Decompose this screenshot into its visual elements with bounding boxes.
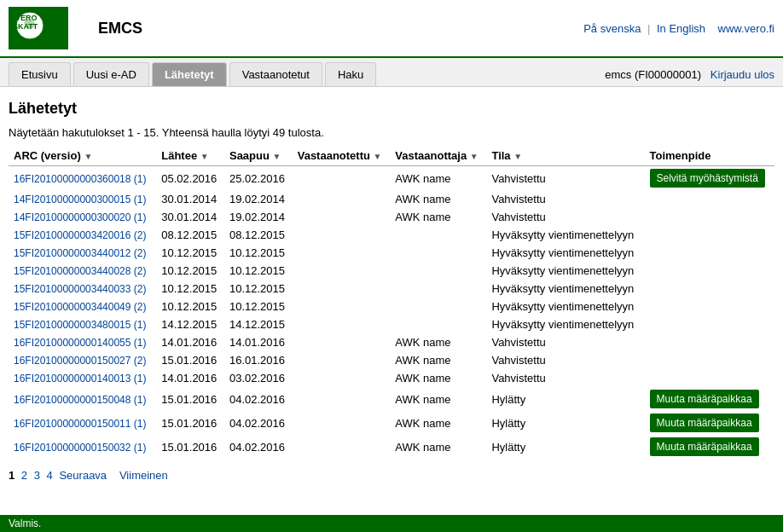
next-page-link[interactable]: Seuraava: [59, 469, 107, 482]
cell-action: [645, 298, 775, 315]
cell-saapuu: 10.12.2015: [224, 298, 293, 315]
cell-vastaanottaja: AWK name: [390, 411, 486, 435]
user-id: emcs (FI00000001): [605, 68, 701, 81]
cell-vastaanottaja: AWK name: [390, 351, 486, 369]
page-3-link[interactable]: 3: [34, 469, 40, 482]
arc-link[interactable]: 16FI20100000000150027 (2): [14, 355, 146, 367]
vastaanottaja-sort-icon[interactable]: ▼: [470, 152, 478, 161]
arc-link[interactable]: 16FI20100000000150048 (1): [14, 394, 146, 406]
arc-link[interactable]: 16FI20100000000140013 (1): [14, 373, 146, 385]
arc-sort-icon[interactable]: ▼: [84, 152, 92, 161]
cell-lahete: 05.02.2016: [156, 166, 224, 191]
cell-action: [645, 351, 775, 369]
logout-link[interactable]: Kirjaudu ulos: [710, 68, 774, 81]
cell-vastaanottaja: [390, 262, 486, 280]
vero-skatt-logo: VERO SKATT: [9, 7, 68, 49]
cell-vastaanotettu: [293, 351, 391, 369]
tab-etusivu[interactable]: Etusivu: [9, 62, 71, 86]
cell-lahete: 14.01.2016: [156, 369, 224, 387]
cell-saapuu: 14.12.2015: [224, 315, 293, 333]
cell-vastaanotettu: [293, 435, 391, 459]
cell-arc: 16FI20100000000140013 (1): [9, 369, 156, 387]
cell-action: [645, 333, 775, 351]
table-row: 16FI20100000000150032 (1)15.01.201604.02…: [9, 435, 774, 459]
saapuu-sort-icon[interactable]: ▼: [273, 152, 281, 161]
cell-saapuu: 19.02.2014: [224, 208, 293, 226]
cell-vastaanottaja: AWK name: [390, 190, 486, 208]
arc-link[interactable]: 15FI20100000003420016 (2): [14, 229, 146, 241]
cell-vastaanottaja: AWK name: [390, 387, 486, 411]
tab-vastaanotetut[interactable]: Vastaanotetut: [229, 62, 322, 86]
page-2-link[interactable]: 2: [21, 469, 27, 482]
table-row: 15FI20100000003480015 (1)14.12.201514.12…: [9, 315, 774, 333]
tab-haku[interactable]: Haku: [325, 62, 376, 86]
cell-vastaanotettu: [293, 280, 391, 298]
arc-link[interactable]: 14FI20100000000300015 (1): [14, 194, 146, 205]
vastaanotettu-sort-icon[interactable]: ▼: [374, 152, 382, 161]
action-button[interactable]: Muuta määräpaikkaa: [650, 437, 759, 456]
arc-link[interactable]: 15FI20100000003440049 (2): [14, 301, 146, 313]
table-row: 15FI20100000003440033 (2)10.12.201510.12…: [9, 280, 774, 298]
arc-link[interactable]: 15FI20100000003440033 (2): [14, 283, 146, 295]
cell-saapuu: 04.02.2016: [224, 387, 293, 411]
cell-vastaanotettu: [293, 244, 391, 262]
svenska-link[interactable]: På svenska: [583, 22, 641, 35]
col-saapuu: Saapuu ▼: [224, 146, 293, 166]
header-links: På svenska | In English www.vero.fi: [583, 22, 774, 35]
logo-area: VERO SKATT: [9, 7, 68, 49]
action-button[interactable]: Muuta määräpaikkaa: [650, 413, 759, 432]
table-row: 16FI20100000000140013 (1)14.01.201603.02…: [9, 369, 774, 387]
action-button[interactable]: Selvitä myöhästymistä: [650, 169, 765, 188]
page-4-link[interactable]: 4: [47, 469, 53, 482]
cell-tila: Hylätty: [486, 435, 644, 459]
arc-link[interactable]: 14FI20100000000300020 (1): [14, 211, 146, 223]
cell-lahete: 15.01.2016: [156, 435, 224, 459]
table-row: 15FI20100000003440049 (2)10.12.201510.12…: [9, 298, 774, 315]
cell-arc: 14FI20100000000300015 (1): [9, 190, 156, 208]
cell-saapuu: 10.12.2015: [224, 280, 293, 298]
cell-vastaanottaja: [390, 298, 486, 315]
lahete-sort-icon[interactable]: ▼: [200, 152, 209, 161]
cell-tila: Vahvistettu: [486, 208, 644, 226]
cell-tila: Hylätty: [486, 387, 644, 411]
tila-sort-icon[interactable]: ▼: [513, 152, 522, 161]
cell-vastaanottaja: AWK name: [390, 435, 486, 459]
arc-link[interactable]: 15FI20100000003480015 (1): [14, 319, 146, 331]
cell-lahete: 10.12.2015: [156, 280, 224, 298]
last-page-link[interactable]: Viimeinen: [119, 469, 168, 482]
cell-action: [645, 315, 775, 333]
cell-tila: Vahvistettu: [486, 166, 644, 191]
cell-lahete: 14.01.2016: [156, 333, 224, 351]
arc-link[interactable]: 15FI20100000003440028 (2): [14, 265, 146, 277]
arc-link[interactable]: 16FI20100000000150011 (1): [14, 418, 146, 430]
vero-link[interactable]: www.vero.fi: [718, 22, 774, 35]
cell-lahete: 10.12.2015: [156, 298, 224, 315]
arc-link[interactable]: 15FI20100000003440012 (2): [14, 247, 146, 259]
tab-uusi-ead[interactable]: Uusi e-AD: [73, 62, 149, 86]
cell-vastaanottaja: [390, 226, 486, 244]
results-table: ARC (versio) ▼ Lähtee ▼ Saapuu ▼ Vastaan…: [9, 146, 774, 459]
cell-vastaanotettu: [293, 208, 391, 226]
table-row: 16FI20100000000150027 (2)15.01.201616.01…: [9, 351, 774, 369]
cell-action: [645, 262, 775, 280]
arc-link[interactable]: 16FI20100000000360018 (1): [14, 173, 146, 185]
cell-arc: 16FI20100000000150011 (1): [9, 411, 156, 435]
cell-vastaanotettu: [293, 190, 391, 208]
cell-action: Muuta määräpaikkaa: [645, 387, 775, 411]
cell-tila: Hyväksytty vientimenettelyyn: [486, 244, 644, 262]
cell-saapuu: 14.01.2016: [224, 333, 293, 351]
cell-action: [645, 208, 775, 226]
cell-vastaanotettu: [293, 298, 391, 315]
header: VERO SKATT EMCS På svenska | In English …: [0, 0, 783, 58]
action-button[interactable]: Muuta määräpaikkaa: [650, 390, 759, 408]
cell-tila: Hyväksytty vientimenettelyyn: [486, 280, 644, 298]
english-link[interactable]: In English: [657, 22, 705, 35]
cell-tila: Vahvistettu: [486, 333, 644, 351]
arc-link[interactable]: 16FI20100000000150032 (1): [14, 442, 146, 454]
navbar: Etusivu Uusi e-AD Lähetetyt Vastaanotetu…: [0, 58, 783, 87]
tab-lahetetyt[interactable]: Lähetetyt: [152, 62, 227, 86]
cell-arc: 15FI20100000003480015 (1): [9, 315, 156, 333]
arc-link[interactable]: 16FI20100000000140055 (1): [14, 337, 146, 349]
cell-vastaanottaja: [390, 244, 486, 262]
cell-lahete: 15.01.2016: [156, 351, 224, 369]
